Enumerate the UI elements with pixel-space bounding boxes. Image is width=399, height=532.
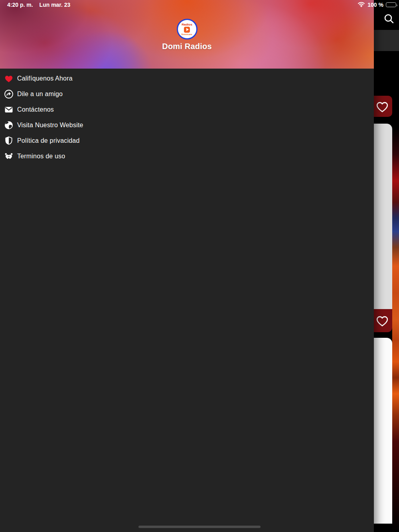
app-logo: Radios Dominicana [177,19,198,39]
menu-item-contact-us[interactable]: Contáctenos [0,102,374,117]
status-time: 4:20 p. m. [7,2,33,8]
app-background-image [392,0,399,532]
menu-item-label: Califíquenos Ahora [17,75,73,82]
menu-item-label: Contáctenos [17,106,54,113]
envelope-icon [4,105,14,114]
drawer-header: Radios Dominicana Domi Radios [0,0,374,69]
screen: Radios Dominicana Domi Radios Califíquen… [0,0,399,532]
nav-drawer: Radios Dominicana Domi Radios Califíquen… [0,0,374,532]
menu-item-label: Terminos de uso [17,153,65,160]
battery-percent: 100 % [367,2,383,8]
handshake-icon [4,152,14,161]
search-button[interactable] [382,12,396,26]
menu-item-label: Dile a un amigo [17,91,63,98]
menu-item-website[interactable]: Visita Nuestro Website [0,117,374,133]
logo-text-bottom: Dominicana [182,33,192,35]
wifi-icon [358,2,365,8]
app-title: Domi Radios [0,42,374,51]
heart-outline-icon[interactable] [375,313,390,328]
heart-outline-icon[interactable] [375,99,390,114]
menu-item-terms-of-use[interactable]: Terminos de uso [0,148,374,164]
status-right: 100 % [358,2,399,8]
share-arrow-icon [4,89,14,99]
shield-icon [4,136,14,146]
menu-item-tell-a-friend[interactable]: Dile a un amigo [0,86,374,102]
menu-item-label: Visita Nuestro Website [17,122,83,129]
home-indicator[interactable] [138,526,261,528]
menu-item-privacy-policy[interactable]: Política de privacidad [0,133,374,148]
status-date: Lun mar. 23 [40,2,71,8]
globe-icon [4,120,14,130]
menu-item-label: Política de privacidad [17,137,80,144]
battery-nub [397,4,398,6]
status-bar: 4:20 p. m. Lun mar. 23 100 % [0,0,399,10]
play-icon [184,27,190,33]
battery-icon [386,2,396,7]
heart-icon [4,74,14,83]
logo-text-top: Radios [182,23,192,26]
menu-item-rate-us[interactable]: Califíquenos Ahora [0,71,374,86]
status-left: 4:20 p. m. Lun mar. 23 [0,2,70,8]
search-icon [382,12,396,26]
drawer-menu: Califíquenos Ahora Dile a un amigo [0,69,374,164]
